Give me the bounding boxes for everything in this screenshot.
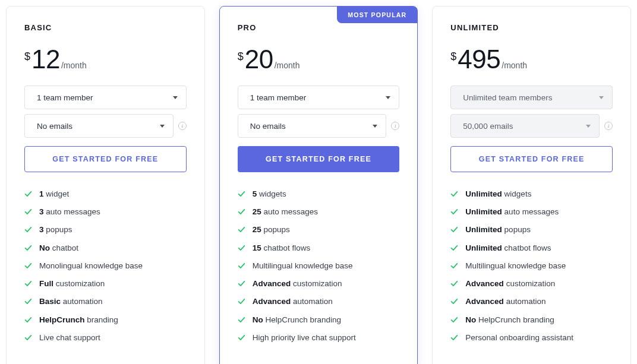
feature-text: No HelpCrunch branding <box>253 315 341 325</box>
get-started-button[interactable]: GET STARTED FOR FREE <box>238 146 400 172</box>
feature-item: No HelpCrunch branding <box>450 315 613 325</box>
chevron-down-icon <box>373 125 377 128</box>
feature-item: Unlimited chatbot flows <box>450 243 613 254</box>
price-amount: 495 <box>458 46 500 72</box>
emails-select[interactable]: No emails <box>24 114 174 138</box>
emails-select[interactable]: No emails <box>238 114 387 138</box>
feature-text: Basic automation <box>39 296 103 307</box>
feature-text: HelpCrunch branding <box>39 315 118 325</box>
price-amount: 20 <box>245 46 273 72</box>
select-row: 50,000 emailsi <box>450 114 613 138</box>
feature-item: No chatbot <box>24 243 187 254</box>
check-icon <box>450 334 458 341</box>
check-icon <box>238 297 245 305</box>
check-icon <box>24 297 32 305</box>
plan-name: BASIC <box>24 23 187 32</box>
feature-item: 1 widget <box>24 189 187 200</box>
check-icon <box>24 244 32 252</box>
check-icon <box>238 316 245 324</box>
select-value: No emails <box>250 122 286 131</box>
feature-item: Advanced automation <box>238 296 400 307</box>
get-started-button[interactable]: GET STARTED FOR FREE <box>24 146 187 172</box>
check-icon <box>450 208 458 216</box>
check-icon <box>450 244 458 252</box>
check-icon <box>450 316 458 324</box>
feature-text: Unlimited popups <box>465 224 531 235</box>
emails-select: 50,000 emails <box>450 114 600 138</box>
feature-item: 3 popups <box>24 224 187 235</box>
feature-text: Unlimited auto messages <box>465 207 559 217</box>
feature-list: 5 widgets25 auto messages25 popups15 cha… <box>238 189 400 343</box>
check-icon <box>24 280 32 287</box>
select-row: Unlimited team members <box>450 86 613 109</box>
check-icon <box>24 262 32 270</box>
chevron-down-icon <box>160 125 165 128</box>
check-icon <box>450 297 458 305</box>
pricing-row: BASIC$12/month1 team memberNo emailsiGET… <box>6 6 631 364</box>
check-icon <box>238 208 245 216</box>
feature-list: Unlimited widgetsUnlimited auto messages… <box>450 189 613 343</box>
feature-text: Full customization <box>39 278 105 289</box>
feature-item: Multilingual knowledge base <box>238 261 400 271</box>
info-icon[interactable]: i <box>178 122 187 130</box>
feature-item: Full customization <box>24 278 187 289</box>
feature-item: 5 widgets <box>238 189 400 200</box>
chevron-down-icon <box>586 125 591 128</box>
feature-item: Advanced customization <box>238 278 400 289</box>
feature-item: No HelpCrunch branding <box>238 315 400 325</box>
feature-item: Monolingual knowledge base <box>24 261 187 271</box>
currency-symbol: $ <box>24 51 30 62</box>
select-value: 1 team member <box>250 93 307 102</box>
feature-text: 1 widget <box>39 189 69 200</box>
feature-text: 25 auto messages <box>253 207 318 217</box>
feature-item: Multilingual knowledge base <box>450 261 613 271</box>
feature-item: Unlimited auto messages <box>450 207 613 217</box>
plan-card-pro: MOST POPULARPRO$20/month1 team memberNo … <box>219 6 418 364</box>
feature-item: Unlimited widgets <box>450 189 613 200</box>
feature-text: Monolingual knowledge base <box>39 261 143 271</box>
feature-item: 25 popups <box>238 224 400 235</box>
select-value: 50,000 emails <box>463 122 513 131</box>
feature-text: Unlimited chatbot flows <box>465 243 551 254</box>
check-icon <box>24 226 32 233</box>
feature-text: High priority live chat support <box>253 333 356 343</box>
feature-text: 3 auto messages <box>39 207 100 217</box>
price-period: /month <box>61 61 87 69</box>
feature-text: Advanced customization <box>253 278 342 289</box>
check-icon <box>450 262 458 270</box>
price-line: $20/month <box>238 46 400 72</box>
check-icon <box>238 262 245 270</box>
check-icon <box>24 316 32 324</box>
select-row: 1 team member <box>24 86 187 109</box>
feature-text: Advanced automation <box>465 296 545 307</box>
check-icon <box>238 226 245 233</box>
plan-card-basic: BASIC$12/month1 team memberNo emailsiGET… <box>6 6 205 364</box>
team-members-select[interactable]: 1 team member <box>24 86 187 109</box>
info-icon[interactable]: i <box>604 122 613 130</box>
get-started-button[interactable]: GET STARTED FOR FREE <box>450 146 613 172</box>
plan-card-unlimited: UNLIMITED$495/monthUnlimited team member… <box>432 6 631 364</box>
select-row: No emailsi <box>238 114 400 138</box>
price-period: /month <box>502 61 527 69</box>
info-icon[interactable]: i <box>391 122 399 130</box>
price-line: $495/month <box>450 46 613 72</box>
select-value: No emails <box>37 122 72 131</box>
feature-text: Advanced automation <box>253 296 333 307</box>
chevron-down-icon <box>599 96 604 99</box>
select-value: Unlimited team members <box>463 93 552 102</box>
feature-text: 25 popups <box>253 224 290 235</box>
feature-list: 1 widget3 auto messages3 popupsNo chatbo… <box>24 189 187 343</box>
feature-text: No HelpCrunch branding <box>465 315 554 325</box>
team-members-select[interactable]: 1 team member <box>238 86 400 109</box>
check-icon <box>450 226 458 233</box>
team-members-select: Unlimited team members <box>450 86 613 109</box>
price-period: /month <box>275 61 300 69</box>
feature-item: Basic automation <box>24 296 187 307</box>
plan-name: PRO <box>238 23 400 32</box>
select-value: 1 team member <box>37 93 93 102</box>
check-icon <box>238 244 245 252</box>
feature-item: 3 auto messages <box>24 207 187 217</box>
feature-text: 3 popups <box>39 224 72 235</box>
check-icon <box>450 280 458 287</box>
select-row: No emailsi <box>24 114 187 138</box>
